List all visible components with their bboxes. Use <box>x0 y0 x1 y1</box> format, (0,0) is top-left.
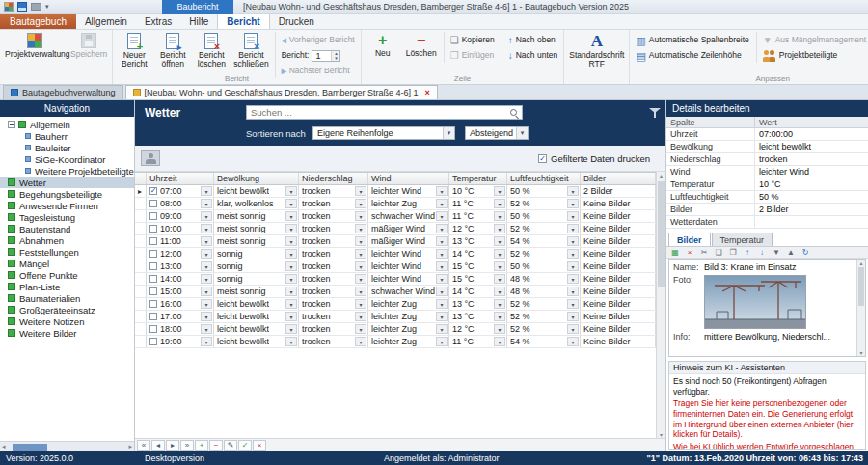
cell-niederschlag[interactable]: trocken <box>299 185 368 197</box>
property-row[interactable]: Wetterdaten <box>666 216 868 229</box>
last-record-button[interactable]: » <box>180 440 194 451</box>
quick-save-icon[interactable] <box>17 2 27 12</box>
table-row[interactable]: 17:00 leicht bewölkt trocken leichter Zu… <box>135 311 656 323</box>
table-row[interactable]: 11:00 meist sonnig trocken mäßiger Wind … <box>135 235 656 248</box>
ki-warning-text[interactable]: Tragen Sie hier keine personenbezogenen … <box>673 398 861 440</box>
spin-buttons[interactable]: ▴▾ <box>331 51 339 61</box>
foto-thumbnail[interactable] <box>704 275 806 329</box>
property-row[interactable]: Wind leichter Wind <box>666 166 868 178</box>
cell-temperatur[interactable]: 11 °C <box>449 336 507 347</box>
column-header-temperatur[interactable]: Temperatur <box>449 173 507 184</box>
new-report-button[interactable]: Neuer Bericht <box>116 32 152 69</box>
property-value[interactable]: 2 Bilder <box>755 204 868 215</box>
cell-wind[interactable]: leichter Zug <box>368 198 449 209</box>
cell-uhrzeit[interactable]: 14:00 <box>147 273 214 285</box>
delete-row-button[interactable]: − Löschen <box>403 32 440 59</box>
table-row[interactable]: 19:00 leicht bewölkt trocken leichter Zu… <box>135 336 656 348</box>
table-row[interactable]: 15:00 meist sonnig trocken schwacher Win… <box>135 286 656 298</box>
cell-uhrzeit[interactable]: 07:00 <box>147 185 214 197</box>
edit-record-button[interactable]: ✎ <box>224 440 237 451</box>
copy-image-icon[interactable]: ❏ <box>712 247 725 258</box>
expander-icon[interactable] <box>8 121 15 128</box>
property-row[interactable]: Niederschlag trocken <box>666 153 868 166</box>
row-checkbox[interactable] <box>149 275 157 283</box>
row-checkbox[interactable] <box>149 187 157 195</box>
project-management-button[interactable]: Projektverwaltung <box>3 32 67 60</box>
post-edit-button[interactable]: ✓ <box>238 440 252 451</box>
nav-item[interactable]: Abnahmen <box>0 234 134 246</box>
cell-wind[interactable]: leichter Zug <box>368 311 449 322</box>
default-font-button[interactable]: A Standardschrift RTF <box>567 32 626 69</box>
row-checkbox[interactable] <box>149 212 157 220</box>
nav-item[interactable]: Weitere Notizen <box>0 315 134 327</box>
table-row[interactable]: 16:00 leicht bewölkt trocken leichter Zu… <box>135 298 656 311</box>
table-row[interactable]: 08:00 klar, wolkenlos trocken leichter Z… <box>135 198 656 210</box>
qat-dropdown-icon[interactable]: ▾ <box>45 3 49 11</box>
cell-bilder[interactable]: Keine Bilder <box>581 198 656 209</box>
column-header-bewoelkung[interactable]: Bewölkung <box>214 173 299 184</box>
table-row[interactable]: 13:00 sonnig trocken leichter Wind 15 °C… <box>135 260 656 273</box>
property-value[interactable]: 50 % <box>755 191 868 203</box>
scrollbar-thumb[interactable] <box>658 181 665 287</box>
first-record-button[interactable]: « <box>137 440 150 451</box>
row-checkbox[interactable] <box>149 262 157 270</box>
cell-luftfeuchtigkeit[interactable]: 52 % <box>507 323 581 335</box>
cell-temperatur[interactable]: 13 °C <box>449 298 507 310</box>
cell-niederschlag[interactable]: trocken <box>299 235 368 247</box>
cell-wind[interactable]: schwacher Wind <box>368 210 449 222</box>
cell-bewoelkung[interactable]: leicht bewölkt <box>214 298 299 310</box>
cell-luftfeuchtigkeit[interactable]: 52 % <box>507 311 581 322</box>
cell-bewoelkung[interactable]: leicht bewölkt <box>214 311 299 322</box>
auto-row-height-button[interactable]: ▤ Automatische Zeilenhöhe <box>633 49 751 63</box>
cut-image-icon[interactable]: ✂ <box>697 247 711 258</box>
open-report-button[interactable]: Bericht öffnen <box>154 32 191 69</box>
cell-bilder[interactable]: Keine Bilder <box>581 298 656 310</box>
cell-niederschlag[interactable]: trocken <box>299 223 368 234</box>
cell-bewoelkung[interactable]: klar, wolkenlos <box>214 198 299 209</box>
cell-wind[interactable]: mäßiger Wind <box>368 223 449 234</box>
move-row-up-button[interactable]: ↑ Nach oben <box>505 34 560 47</box>
export-image-icon[interactable]: ▼ <box>770 247 783 258</box>
property-value[interactable]: leicht bewölkt <box>755 141 868 152</box>
tab-current-report[interactable]: [Neubau Wohn- und Geschäftshaus Dresden,… <box>125 85 438 99</box>
nav-item[interactable]: Wetter <box>0 177 134 188</box>
table-row[interactable]: 14:00 sonnig trocken leichter Wind 15 °C… <box>135 273 656 286</box>
cell-uhrzeit[interactable]: 19:00 <box>147 336 214 347</box>
nav-item[interactable]: Feststellungen <box>0 246 134 258</box>
property-row[interactable]: Bilder 2 Bilder <box>666 204 868 216</box>
cell-temperatur[interactable]: 15 °C <box>449 273 507 285</box>
cell-niederschlag[interactable]: trocken <box>299 260 368 272</box>
row-checkbox[interactable] <box>149 200 157 207</box>
cell-uhrzeit[interactable]: 18:00 <box>147 323 214 335</box>
cell-luftfeuchtigkeit[interactable]: 50 % <box>507 210 581 222</box>
cell-temperatur[interactable]: 12 °C <box>449 223 507 234</box>
tab-temperatur[interactable]: Temperatur <box>712 232 773 246</box>
move-image-up-icon[interactable]: ↑ <box>741 247 754 258</box>
save-button[interactable]: Speichern <box>68 32 109 60</box>
image-vertical-scrollbar[interactable] <box>856 260 865 356</box>
cell-wind[interactable]: leichter Wind <box>368 185 449 197</box>
nav-item[interactable]: Weitere Projektbeteiligte <box>0 165 134 177</box>
row-checkbox[interactable] <box>149 225 157 232</box>
cell-uhrzeit[interactable]: 13:00 <box>147 260 214 272</box>
cell-luftfeuchtigkeit[interactable]: 48 % <box>507 273 581 285</box>
cell-niederschlag[interactable]: trocken <box>299 286 368 297</box>
spin-down-icon[interactable]: ▾ <box>332 56 339 61</box>
cell-luftfeuchtigkeit[interactable]: 52 % <box>507 198 581 209</box>
nav-item[interactable]: Plan-Liste <box>0 281 134 292</box>
tab-drucken[interactable]: Drucken <box>270 14 323 29</box>
cell-luftfeuchtigkeit[interactable]: 48 % <box>507 286 581 297</box>
row-checkbox[interactable] <box>149 300 157 308</box>
nav-item[interactable]: Tagesleistung <box>0 211 134 223</box>
paste-image-icon[interactable]: ❐ <box>726 247 740 258</box>
nav-item[interactable]: Großgeräteeinsatz <box>0 304 134 315</box>
cell-niederschlag[interactable]: trocken <box>299 323 368 335</box>
insert-record-button[interactable]: + <box>195 440 208 451</box>
cell-luftfeuchtigkeit[interactable]: 50 % <box>507 185 581 197</box>
property-row[interactable]: Luftfeuchtigkeit 50 % <box>666 191 868 204</box>
next-record-button[interactable]: ▸ <box>166 440 179 451</box>
table-row[interactable]: 10:00 meist sonnig trocken mäßiger Wind … <box>135 223 656 235</box>
cell-temperatur[interactable]: 11 °C <box>449 210 507 222</box>
cell-bewoelkung[interactable]: leicht bewölkt <box>214 185 299 197</box>
move-image-down-icon[interactable]: ↓ <box>755 247 769 258</box>
